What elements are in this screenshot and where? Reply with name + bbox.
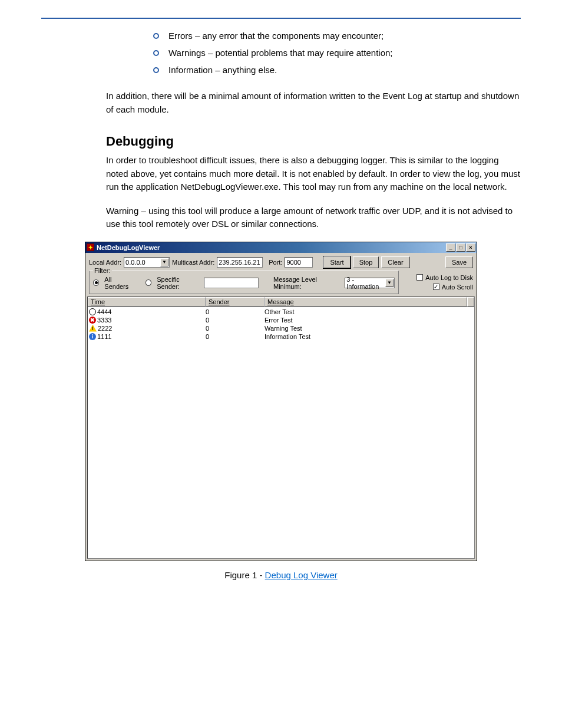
specific-sender-radio[interactable]: [146, 279, 151, 286]
autoscroll-label: Auto Scroll: [442, 284, 473, 291]
cell-sender: 0: [206, 317, 265, 324]
log-header[interactable]: Time Sender Message: [88, 297, 474, 307]
horizontal-rule: [41, 18, 521, 19]
filter-legend: Filter:: [93, 267, 112, 274]
maximize-button[interactable]: □: [456, 243, 465, 252]
section-heading: Debugging: [106, 134, 521, 149]
port-value: 9000: [286, 259, 300, 266]
toolbar: Local Addr: 0.0.0.0 ▼ Multicast Addr: 23…: [85, 253, 477, 271]
autolog-row[interactable]: Auto Log to Disk: [416, 274, 473, 281]
info-icon: i: [89, 333, 96, 340]
cell-sender: 0: [206, 333, 265, 340]
column-time[interactable]: Time: [88, 297, 206, 307]
port-label: Port:: [269, 259, 282, 266]
cell-sender: 0: [206, 325, 265, 332]
bullet-text: Information – anything else.: [168, 65, 277, 75]
column-spacer: [467, 297, 474, 307]
cell-message: Information Test: [265, 333, 473, 340]
figure-label: Figure 1 -: [224, 570, 262, 580]
cell-time: 1111: [97, 333, 111, 340]
app-icon: ✦: [87, 243, 94, 251]
other-icon: [89, 308, 96, 315]
paragraph: In addition, there will be a minimal amo…: [106, 90, 521, 116]
specific-sender-label: Specific Sender:: [157, 276, 200, 290]
multicast-input[interactable]: 239.255.16.21: [217, 257, 263, 268]
specific-sender-input[interactable]: [204, 278, 259, 288]
cell-sender: 0: [206, 308, 265, 315]
table-row[interactable]: 44440Other Test: [88, 308, 474, 316]
clear-button[interactable]: Clear: [381, 256, 409, 268]
multicast-value: 239.255.16.21: [219, 259, 260, 266]
table-row[interactable]: ✖33330Error Test: [88, 316, 474, 324]
chevron-down-icon[interactable]: ▼: [160, 258, 168, 266]
column-sender[interactable]: Sender: [206, 297, 265, 307]
all-senders-label: All Senders: [104, 276, 135, 290]
error-icon: ✖: [89, 317, 96, 324]
localaddr-combo[interactable]: 0.0.0.0 ▼: [124, 257, 170, 268]
level-value: 3 - Information: [346, 276, 385, 290]
autoscroll-checkbox[interactable]: [433, 284, 439, 290]
cell-time: 2222: [98, 325, 112, 332]
autoscroll-row[interactable]: Auto Scroll: [433, 284, 473, 291]
table-row[interactable]: !22220Warning Test: [88, 324, 474, 332]
log-body: 44440Other Test✖33330Error Test!22220War…: [88, 307, 474, 558]
list-item: Errors – any error that the components m…: [153, 31, 521, 41]
log-list[interactable]: Time Sender Message 44440Other Test✖3333…: [87, 297, 475, 559]
column-message[interactable]: Message: [265, 297, 467, 307]
minimize-button[interactable]: _: [446, 243, 455, 252]
cell-time: 4444: [97, 308, 111, 315]
bullet-icon: [153, 33, 159, 39]
localaddr-value: 0.0.0.0: [125, 259, 146, 266]
level-combo[interactable]: 3 - Information ▼: [345, 278, 395, 288]
list-item: Warnings – potential problems that may r…: [153, 48, 521, 58]
cell-message: Error Test: [265, 317, 473, 324]
multicast-label: Multicast Addr:: [172, 259, 214, 266]
close-button[interactable]: ×: [466, 243, 475, 252]
level-label: Message Level Minimum:: [273, 276, 341, 290]
stop-button[interactable]: Stop: [353, 256, 379, 268]
chevron-down-icon[interactable]: ▼: [385, 279, 394, 287]
bullet-icon: [153, 67, 159, 73]
start-button[interactable]: Start: [323, 256, 350, 268]
paragraph: Warning – using this tool will produce a…: [106, 205, 521, 231]
table-row[interactable]: i11110Information Test: [88, 332, 474, 341]
port-input[interactable]: 9000: [285, 257, 313, 268]
bullet-text: Errors – any error that the components m…: [168, 31, 384, 41]
list-item: Information – anything else.: [153, 65, 521, 75]
save-button[interactable]: Save: [445, 256, 473, 268]
cell-message: Warning Test: [265, 325, 473, 332]
figure-caption: Figure 1 - Debug Log Viewer: [41, 570, 521, 580]
autolog-checkbox[interactable]: [416, 274, 423, 281]
filter-groupbox: Filter: All Senders Specific Sender: Mes…: [89, 271, 399, 294]
paragraph: In order to troubleshoot difficult issue…: [106, 154, 521, 194]
cell-message: Other Test: [265, 308, 473, 315]
warn-icon: !: [89, 325, 97, 332]
cell-time: 3333: [97, 317, 111, 324]
titlebar[interactable]: ✦ NetDebugLogViewer _ □ ×: [85, 242, 477, 253]
window-title: NetDebugLogViewer: [97, 244, 160, 251]
bullet-list: Errors – any error that the components m…: [153, 31, 521, 75]
localaddr-label: Local Addr:: [89, 259, 121, 266]
all-senders-radio[interactable]: [93, 279, 99, 286]
figure-link[interactable]: Debug Log Viewer: [265, 570, 338, 580]
autolog-label: Auto Log to Disk: [425, 274, 473, 281]
bullet-text: Warnings – potential problems that may r…: [168, 48, 392, 58]
bullet-icon: [153, 50, 159, 56]
app-window: ✦ NetDebugLogViewer _ □ × Local Addr: 0.…: [85, 242, 477, 561]
